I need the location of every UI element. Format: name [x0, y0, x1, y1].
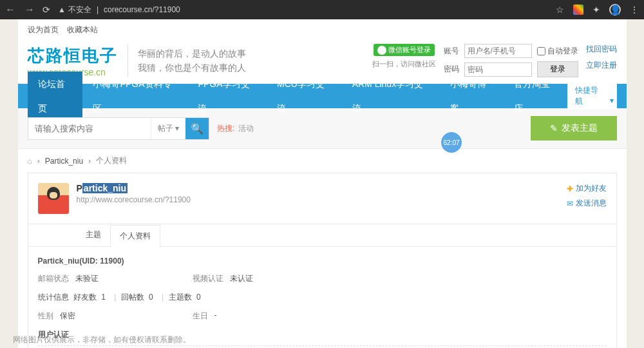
- favorite-link[interactable]: 收藏本站: [67, 25, 98, 34]
- watermark: 网络图片仅供展示，非存储，如有侵权请联系删除。: [13, 334, 191, 345]
- stats-row: 统计信息 好友数 1 | 回帖数 0 | 主题数 0: [38, 292, 607, 303]
- insecure-badge: ▲ 不安全: [58, 5, 91, 15]
- forward-icon[interactable]: →: [24, 4, 35, 15]
- profile-username: Partick_niu: [77, 183, 191, 193]
- set-home-link[interactable]: 设为首页: [28, 25, 59, 34]
- username-label: 账号: [444, 46, 459, 57]
- compose-icon: ✎: [550, 123, 558, 133]
- find-password-link[interactable]: 找回密码: [586, 44, 617, 55]
- extensions-menu-icon[interactable]: ✦: [592, 5, 600, 15]
- nav-taobao[interactable]: 官方淘宝店: [504, 72, 567, 121]
- search-category-dropdown[interactable]: 帖子 ▾: [151, 118, 185, 139]
- top-links: 设为首页 收藏本站: [18, 19, 627, 41]
- send-message-icon: ✉: [567, 199, 573, 208]
- extension-icon[interactable]: [573, 5, 583, 15]
- auto-login-checkbox[interactable]: 自动登录: [537, 46, 578, 57]
- username-input[interactable]: [464, 44, 532, 58]
- profile-icon[interactable]: 👤: [609, 4, 621, 15]
- uid-label: Partick_niu(UID: 11900): [38, 256, 607, 266]
- nav-fpga-learn[interactable]: FPGA学习交流: [187, 72, 267, 121]
- home-icon[interactable]: ⌂: [28, 157, 32, 166]
- avatar[interactable]: [38, 183, 69, 214]
- nav-arrows: ← →: [5, 4, 35, 15]
- hot-search: 热搜:活动: [217, 123, 254, 134]
- nav-blog[interactable]: 小梅哥博客: [440, 72, 504, 121]
- floating-badge[interactable]: 62:07: [441, 132, 462, 153]
- post-topic-button[interactable]: ✎ 发表主题: [531, 116, 617, 140]
- add-friend-icon: ✚: [567, 184, 573, 193]
- quick-nav-dropdown[interactable]: 快捷导航: [567, 82, 616, 110]
- hot-search-item[interactable]: 活动: [238, 124, 254, 133]
- nav-forum-home[interactable]: 论坛首页: [28, 72, 83, 121]
- nav-mcu-learn[interactable]: MCU学习交流: [267, 72, 342, 121]
- register-link[interactable]: 立即注册: [586, 60, 617, 71]
- slogan: 华丽的背后，是动人的故事 我猜，你也是个有故事的人: [138, 46, 246, 75]
- send-message-link[interactable]: ✉发送消息: [567, 198, 607, 209]
- menu-icon[interactable]: ⋮: [630, 5, 639, 15]
- nav-arm-linux[interactable]: ARM Linux学习交流: [342, 72, 440, 121]
- add-friend-link[interactable]: ✚加为好友: [567, 183, 607, 194]
- reload-icon[interactable]: ⟳: [43, 5, 50, 15]
- search-button[interactable]: 🔍: [185, 118, 209, 139]
- profile-url: http://www.corecourse.cn/?11900: [77, 195, 191, 204]
- wechat-login-button[interactable]: 微信账号登录: [374, 44, 435, 56]
- back-icon[interactable]: ←: [5, 4, 15, 15]
- nav-fpga-zone[interactable]: 小梅哥FPGA资料专区: [82, 72, 187, 121]
- address-bar[interactable]: ▲ 不安全 | corecourse.cn/?11900: [58, 5, 548, 15]
- breadcrumb: ⌂ › Partick_niu › 个人资料: [18, 149, 627, 173]
- tab-topics[interactable]: 主题: [77, 224, 110, 246]
- breadcrumb-user[interactable]: Partick_niu: [45, 157, 83, 166]
- profile-tabs: 主题 个人资料: [28, 224, 616, 246]
- browser-top-bar: ← → ⟳ ▲ 不安全 | corecourse.cn/?11900 ☆ ✦ 👤…: [0, 0, 644, 19]
- main-nav: 论坛首页 小梅哥FPGA资料专区 FPGA学习交流 MCU学习交流 ARM Li…: [18, 84, 627, 108]
- bookmark-icon[interactable]: ☆: [556, 5, 564, 15]
- tab-profile-info[interactable]: 个人资料: [110, 225, 160, 247]
- url-text: corecourse.cn/?11900: [104, 5, 180, 14]
- search-input[interactable]: [28, 118, 151, 139]
- breadcrumb-current: 个人资料: [96, 155, 127, 166]
